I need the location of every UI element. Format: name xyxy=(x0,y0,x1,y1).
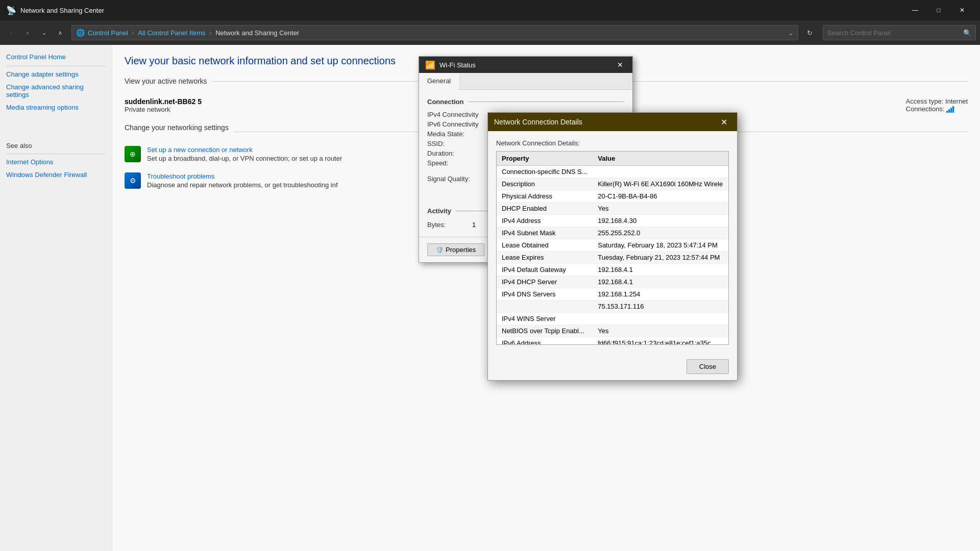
access-type-row: Access type: Internet xyxy=(906,97,968,105)
app-title: Network and Sharing Center xyxy=(20,7,899,14)
table-cell-property: Lease Expires xyxy=(497,252,593,264)
connections-row: Connections: xyxy=(906,105,968,113)
forward-button[interactable]: › xyxy=(20,26,35,40)
details-table-body: Connection-specific DNS S...DescriptionK… xyxy=(497,166,728,345)
table-row: DHCP EnabledYes xyxy=(497,203,728,215)
active-networks-title: View your active networks xyxy=(125,77,207,85)
wifi-dialog-close-button[interactable]: ✕ xyxy=(614,59,626,71)
shield-icon: 🛡️ xyxy=(436,246,444,254)
signal-quality-label: Signal Quality: xyxy=(427,175,494,183)
wifi-dialog-tabs: General xyxy=(419,73,632,90)
table-cell-value xyxy=(593,166,728,178)
breadcrumb-controlpanel[interactable]: Control Panel xyxy=(88,29,128,37)
wifi-signal-icon xyxy=(946,106,954,113)
refresh-button[interactable]: ↻ xyxy=(802,26,817,40)
connection-section-header: Connection xyxy=(427,98,624,106)
sidebar-item-defender-firewall[interactable]: Windows Defender Firewall xyxy=(6,171,106,179)
network-access: Access type: Internet Connections: xyxy=(906,97,968,113)
table-cell-value: 255.255.252.0 xyxy=(593,227,728,239)
troubleshoot-icon: ⚙ xyxy=(125,172,141,189)
wifi-dialog-title-bar: 📶 Wi-Fi Status ✕ xyxy=(419,57,632,73)
table-cell-property: NetBIOS over Tcpip Enabl... xyxy=(497,325,593,337)
table-cell-value: Yes xyxy=(593,203,728,215)
table-cell-value: 75.153.171.116 xyxy=(593,300,728,313)
table-row: IPv6 Addressfd66:f915:91ca:1:23cd:e81e:c… xyxy=(497,337,728,345)
table-row: IPv4 Subnet Mask255.255.252.0 xyxy=(497,227,728,239)
address-part-1[interactable]: Control Panel › All Control Panel Items … xyxy=(88,29,299,37)
media-state-label: Media State: xyxy=(427,130,494,138)
ipv6-label: IPv6 Connectivity xyxy=(427,120,494,128)
sidebar-divider-2 xyxy=(6,154,106,154)
network-details-dialog: Network Connection Details ✕ Network Con… xyxy=(487,112,738,381)
details-title-bar: Network Connection Details ✕ xyxy=(488,113,737,131)
connection-section-title: Connection xyxy=(427,98,464,106)
address-bar[interactable]: 🌐 Control Panel › All Control Panel Item… xyxy=(71,25,798,40)
properties-button[interactable]: 🛡️ Properties xyxy=(427,243,484,256)
access-type-value: Internet xyxy=(945,97,968,105)
bytes-label: Bytes: xyxy=(427,221,468,229)
details-dialog-body: Network Connection Details: Property Val… xyxy=(488,131,737,353)
table-row: NetBIOS over Tcpip Enabl...Yes xyxy=(497,325,728,337)
table-row: Lease ExpiresTuesday, February 21, 2023 … xyxy=(497,252,728,264)
table-cell-value: 20-C1-9B-BA-B4-86 xyxy=(593,190,728,203)
see-also-label: See also xyxy=(6,142,106,149)
maximize-button[interactable]: □ xyxy=(927,2,950,18)
search-input[interactable] xyxy=(827,29,963,37)
table-row: Physical Address20-C1-9B-BA-B4-86 xyxy=(497,190,728,203)
connection-section-line xyxy=(468,102,625,102)
col-value: Value xyxy=(593,152,728,166)
up-button[interactable]: ∧ xyxy=(53,26,67,40)
table-cell-value: Yes xyxy=(593,325,728,337)
details-table-wrapper[interactable]: Property Value Connection-specific DNS S… xyxy=(496,151,729,345)
table-row: Lease ObtainedSaturday, February 18, 202… xyxy=(497,239,728,252)
table-row: IPv4 Default Gateway192.168.4.1 xyxy=(497,264,728,276)
table-row: DescriptionKiller(R) Wi-Fi 6E AX1690i 16… xyxy=(497,178,728,190)
table-cell-property: IPv6 Address xyxy=(497,337,593,345)
back-button[interactable]: ‹ xyxy=(4,26,18,40)
sidebar-item-media-streaming[interactable]: Media streaming options xyxy=(6,104,106,111)
ssid-label: SSID: xyxy=(427,140,494,147)
sidebar-item-control-panel-home[interactable]: Control Panel Home xyxy=(6,53,106,61)
search-icon: 🔍 xyxy=(963,29,971,37)
app-icon: 📡 xyxy=(6,6,16,15)
sidebar-item-advanced-sharing[interactable]: Change advanced sharing settings xyxy=(6,83,106,98)
table-cell-property: IPv4 Address xyxy=(497,215,593,227)
recent-locations-button[interactable]: ⌄ xyxy=(37,26,51,40)
breadcrumb-allitems[interactable]: All Control Panel Items xyxy=(138,29,205,37)
minimize-button[interactable]: — xyxy=(903,2,927,18)
table-cell-property: Physical Address xyxy=(497,190,593,203)
table-cell-property: IPv4 Subnet Mask xyxy=(497,227,593,239)
table-cell-value: fd66:f915:91ca:1:23cd:e81e:cef1:a35c xyxy=(593,337,728,345)
table-row: IPv4 DHCP Server192.168.4.1 xyxy=(497,276,728,288)
ipv4-label: IPv4 Connectivity xyxy=(427,111,494,118)
details-dialog-title: Network Connection Details xyxy=(494,118,713,126)
access-type-label: Access type: xyxy=(906,97,944,105)
table-cell-value: 192.168.4.1 xyxy=(593,276,728,288)
table-cell-value: Saturday, February 18, 2023 5:47:14 PM xyxy=(593,239,728,252)
details-close-button[interactable]: ✕ xyxy=(717,115,731,129)
sidebar-divider-1 xyxy=(6,66,106,66)
sidebar-item-internet-options[interactable]: Internet Options xyxy=(6,158,106,166)
search-bar[interactable]: 🔍 xyxy=(823,25,976,40)
table-row: IPv4 WINS Server xyxy=(497,313,728,325)
table-header-row: Property Value xyxy=(497,152,728,166)
table-cell-value xyxy=(593,313,728,325)
details-close-btn[interactable]: Close xyxy=(687,359,729,374)
table-cell-property: Connection-specific DNS S... xyxy=(497,166,593,178)
signal-bar-2 xyxy=(948,109,950,113)
table-cell-property: IPv4 Default Gateway xyxy=(497,264,593,276)
sidebar-item-adapter-settings[interactable]: Change adapter settings xyxy=(6,70,106,78)
signal-bar-4 xyxy=(952,106,954,113)
table-cell-value: 192.168.4.30 xyxy=(593,215,728,227)
table-cell-property xyxy=(497,300,593,313)
navigation-bar: ‹ › ⌄ ∧ 🌐 Control Panel › All Control Pa… xyxy=(0,20,980,45)
table-cell-property: Lease Obtained xyxy=(497,239,593,252)
wifi-dialog-title: Wi-Fi Status xyxy=(439,61,610,69)
details-table: Property Value Connection-specific DNS S… xyxy=(497,152,728,345)
duration-label: Duration: xyxy=(427,149,494,157)
close-button[interactable]: ✕ xyxy=(950,2,974,18)
details-dialog-footer: Close xyxy=(488,353,737,380)
address-dropdown-button[interactable]: ⌄ xyxy=(788,29,794,37)
change-settings-title: Change your networking settings xyxy=(125,123,229,132)
tab-general[interactable]: General xyxy=(419,73,459,90)
